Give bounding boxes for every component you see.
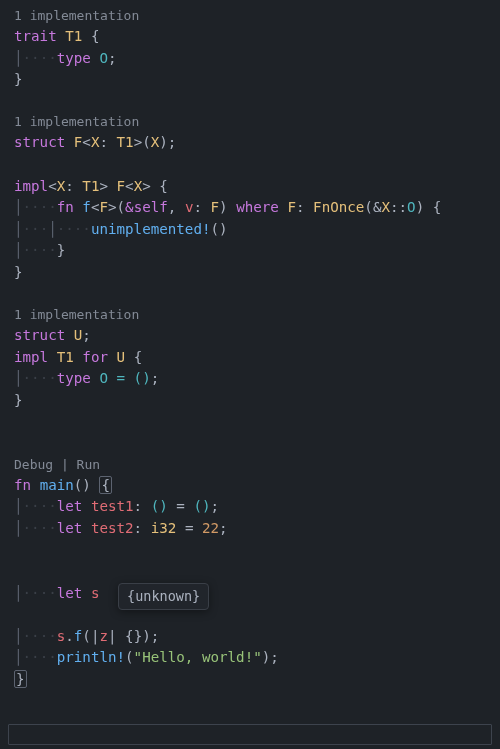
code-line[interactable]: struct U;: [14, 325, 500, 347]
codelens-implementations[interactable]: 1 implementation: [14, 112, 500, 132]
number-literal: 22: [202, 520, 219, 536]
whitespace-dot: [142, 520, 151, 536]
whitespace-dots: ····: [57, 221, 91, 237]
code-line[interactable]: │····type O = ();: [14, 368, 500, 390]
code-line[interactable]: }: [14, 262, 500, 284]
codelens-implementations[interactable]: 1 implementation: [14, 305, 500, 325]
code-line[interactable]: struct F<X: T1>(X);: [14, 132, 500, 154]
code-editor[interactable]: { "lens": { "impl1": "1 implementation",…: [0, 0, 500, 749]
code-line[interactable]: │····let test1: () = ();: [14, 496, 500, 518]
type-name: U: [117, 349, 126, 365]
angle-open: <: [48, 178, 57, 194]
whitespace-dot: [176, 520, 185, 536]
type-param: X: [151, 134, 160, 150]
code-line[interactable]: │····type O;: [14, 48, 500, 70]
whitespace-dot: [65, 327, 74, 343]
trait-name: FnOnce: [313, 199, 364, 215]
assoc-type: O: [99, 50, 108, 66]
type-name: i32: [151, 520, 177, 536]
code-line[interactable]: │···│····unimplemented!(): [14, 219, 500, 241]
whitespace-dot: [193, 520, 202, 536]
path-sep: ::: [390, 199, 407, 215]
indent-guide: │: [14, 370, 23, 386]
paren-close: ): [82, 477, 91, 493]
whitespace-dot: [82, 585, 91, 601]
codelens-implementations[interactable]: 1 implementation: [14, 6, 500, 26]
indent-guide: │: [14, 50, 23, 66]
code-line[interactable]: │····fn f<F>(&self, v: F) where F: FnOnc…: [14, 197, 500, 219]
type-param: X: [381, 199, 390, 215]
code-line[interactable]: }: [14, 669, 500, 691]
equals: =: [176, 498, 185, 514]
var-name: s: [91, 585, 100, 601]
paren-open: (: [125, 649, 134, 665]
blank-line[interactable]: [14, 433, 500, 455]
keyword-let: let: [57, 585, 83, 601]
whitespace-dots: ····: [23, 628, 57, 644]
colon: :: [296, 199, 305, 215]
whitespace-dot: [142, 498, 151, 514]
code-line[interactable]: }: [14, 69, 500, 91]
indent-guide: │: [14, 628, 23, 644]
code-line[interactable]: trait T1 {: [14, 26, 500, 48]
blank-line[interactable]: [14, 539, 500, 561]
blank-line[interactable]: [14, 561, 500, 583]
brace-open: {: [91, 28, 100, 44]
semicolon: ;: [211, 498, 220, 514]
code-line[interactable]: │····}: [14, 240, 500, 262]
whitespace-dots: ····: [23, 50, 57, 66]
indent-guide: │: [14, 242, 23, 258]
code-line[interactable]: │····let s ); {unknown}: [14, 583, 500, 626]
code-line[interactable]: fn main() {: [14, 475, 500, 497]
blank-line[interactable]: [14, 91, 500, 113]
code-line[interactable]: impl T1 for U {: [14, 347, 500, 369]
colon: :: [99, 134, 108, 150]
fn-name: f: [82, 199, 91, 215]
paren-close-semi: );: [262, 649, 279, 665]
paren-close-semi: );: [159, 134, 176, 150]
cursor-line-highlight: [8, 724, 492, 745]
type-name: F: [117, 178, 126, 194]
indent-guide: │: [14, 199, 23, 215]
brace-close: }: [14, 392, 23, 408]
whitespace-dot: [176, 199, 185, 215]
semicolon: ;: [82, 327, 91, 343]
whitespace-dot: [82, 28, 91, 44]
keyword-for: for: [82, 349, 108, 365]
closure-bar: |: [108, 628, 117, 644]
paren-close: ): [219, 221, 228, 237]
brace-close: }: [14, 71, 23, 87]
keyword-fn: fn: [14, 477, 31, 493]
paren-open: (: [364, 199, 373, 215]
code-line[interactable]: impl<X: T1> F<X> {: [14, 176, 500, 198]
blank-line[interactable]: [14, 284, 500, 306]
code-line[interactable]: }: [14, 390, 500, 412]
whitespace-dots: ···: [23, 221, 49, 237]
semicolon: ;: [219, 520, 228, 536]
whitespace-dot: [48, 349, 57, 365]
type-param: X: [134, 178, 143, 194]
paren-close: ): [416, 199, 425, 215]
whitespace-dot: [57, 28, 66, 44]
code-line[interactable]: │····let test2: i32 = 22;: [14, 518, 500, 540]
blank-line[interactable]: [14, 412, 500, 434]
fn-name: main: [40, 477, 74, 493]
whitespace-dot: [82, 498, 91, 514]
paren-open: (: [82, 628, 91, 644]
keyword-struct: struct: [14, 327, 65, 343]
indent-guide: │: [14, 585, 23, 601]
keyword-type: type: [57, 370, 91, 386]
whitespace-dots: ····: [23, 199, 57, 215]
code-line[interactable]: │····println!("Hello, world!");: [14, 647, 500, 669]
indent-guide: │: [14, 520, 23, 536]
whitespace-dot: [151, 178, 160, 194]
code-line[interactable]: │····s.f(|z| {});: [14, 626, 500, 648]
assoc-type: O: [99, 370, 108, 386]
codelens-debug-run[interactable]: Debug | Run: [14, 455, 500, 475]
type-param: F: [287, 199, 296, 215]
brace-open: {: [134, 349, 143, 365]
angle-close: >: [99, 178, 108, 194]
string-literal: "Hello, world!": [134, 649, 262, 665]
indent-guide: │: [48, 221, 57, 237]
blank-line[interactable]: [14, 154, 500, 176]
